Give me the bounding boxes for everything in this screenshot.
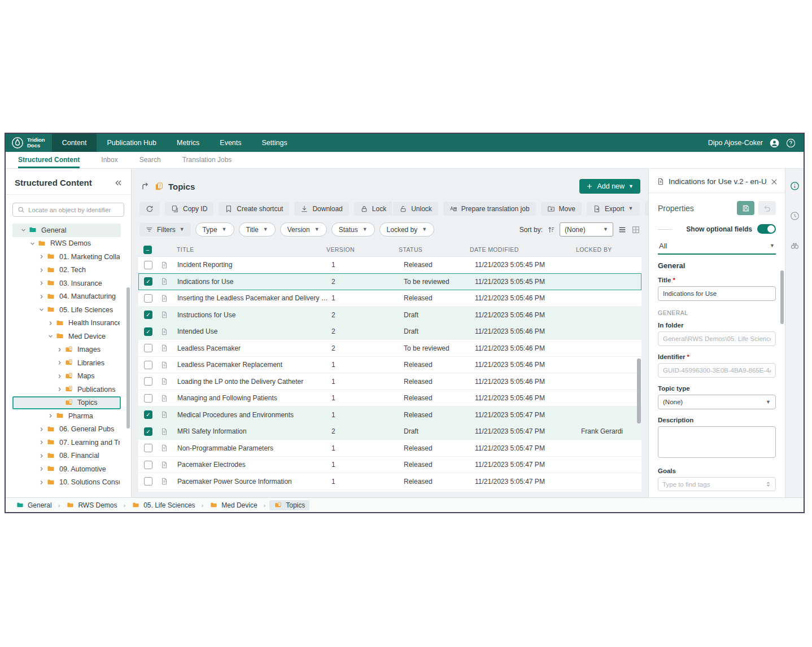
nav-tab-metrics[interactable]: Metrics: [167, 134, 209, 152]
tree-expand-icon[interactable]: [37, 453, 45, 458]
row-checkbox[interactable]: [144, 344, 152, 352]
breadcrumb-item-rws-demos[interactable]: RWS Demos: [64, 500, 119, 510]
tree-expand-icon[interactable]: [37, 427, 45, 432]
sort-direction-icon[interactable]: [547, 226, 555, 234]
tree-node-libraries[interactable]: Libraries: [12, 356, 121, 370]
show-optional-fields-toggle[interactable]: [757, 224, 776, 234]
row-checkbox[interactable]: [144, 477, 152, 486]
lock-button[interactable]: Lock: [354, 202, 392, 216]
row-checkbox[interactable]: [144, 294, 152, 303]
nav-tab-events[interactable]: Events: [209, 134, 251, 152]
breadcrumb-item-05-life-sciences[interactable]: 05. Life Sciences: [129, 500, 197, 510]
panel-scrollbar[interactable]: [780, 270, 784, 324]
description-field[interactable]: [658, 426, 776, 458]
column-header-title[interactable]: TITLE: [177, 246, 326, 253]
tree-expand-icon[interactable]: [37, 480, 45, 485]
row-checkbox[interactable]: ✓: [144, 410, 152, 419]
tree-node-general[interactable]: General: [12, 224, 121, 237]
help-icon[interactable]: [786, 138, 796, 148]
tree-node-10-solutions-consulting[interactable]: 10. Solutions Consulting: [12, 476, 121, 489]
table-row[interactable]: Pacemaker Electrodes 1 Released 11/21/20…: [138, 457, 641, 474]
row-checkbox[interactable]: [144, 444, 152, 452]
tree-node-pharma[interactable]: Pharma: [12, 409, 121, 423]
download-button[interactable]: Download: [294, 202, 348, 216]
grid-view-icon[interactable]: [631, 225, 640, 234]
table-row[interactable]: Managing and Following Patients 1 Releas…: [138, 390, 641, 407]
tree-expand-icon[interactable]: [37, 466, 45, 471]
filter-pill-type[interactable]: Type▼: [195, 222, 234, 237]
select-all-checkbox[interactable]: –: [143, 246, 152, 254]
tree-node-publications[interactable]: Publications: [12, 383, 121, 396]
tree-collapse-icon[interactable]: [37, 307, 45, 312]
row-checkbox[interactable]: [144, 361, 152, 369]
refresh-button[interactable]: [139, 202, 160, 216]
table-row[interactable]: ✓ Indications for Use 2 To be reviewed 1…: [138, 273, 641, 290]
table-row[interactable]: Leadless Pacemaker Replacement 1 Release…: [138, 357, 641, 374]
nav-tab-content[interactable]: Content: [52, 134, 97, 152]
table-scrollbar[interactable]: [637, 359, 641, 423]
prepare-translation-job-button[interactable]: Prepare translation job: [443, 202, 536, 216]
locate-object-search[interactable]: [12, 203, 124, 217]
save-button[interactable]: [737, 201, 754, 215]
field-filter-select[interactable]: All▼: [658, 239, 776, 255]
binoculars-icon[interactable]: [790, 241, 800, 251]
brand-logo[interactable]: Tridion Docs: [6, 134, 52, 152]
breadcrumb-item-topics[interactable]: Topics: [269, 500, 309, 510]
tree-node-rws-demos[interactable]: RWS Demos: [12, 237, 121, 251]
tree-node-05-life-sciences[interactable]: 05. Life Sciences: [12, 303, 121, 317]
subnav-tab-inbox[interactable]: Inbox: [101, 152, 117, 168]
subnav-tab-structured-content[interactable]: Structured Content: [18, 152, 80, 168]
subnav-tab-search[interactable]: Search: [139, 152, 161, 168]
table-row[interactable]: ✓ Instructions for Use 2 Draft 11/21/202…: [138, 307, 641, 324]
table-row[interactable]: Pacemaker Power Source Information 1 Rel…: [138, 473, 641, 490]
tree-node-09-automotive[interactable]: 09. Automotive: [12, 462, 121, 476]
filters-button[interactable]: Filters ▼: [139, 223, 191, 237]
up-level-icon[interactable]: [141, 182, 150, 191]
table-row-partial[interactable]: [138, 490, 641, 492]
tree-node-med-device[interactable]: Med Device: [12, 330, 121, 343]
column-header-date-modified[interactable]: DATE MODIFIED: [470, 246, 576, 253]
title-field[interactable]: [658, 286, 776, 301]
row-checkbox[interactable]: ✓: [144, 327, 152, 336]
tree-node-03-insurance[interactable]: 03. Insurance: [12, 277, 121, 290]
user-avatar-icon[interactable]: [770, 138, 779, 148]
tree-node-images[interactable]: Images: [12, 343, 121, 357]
close-icon[interactable]: [770, 178, 778, 186]
tree-node-02-tech[interactable]: 02. Tech: [12, 264, 121, 277]
table-row[interactable]: Incident Reporting 1 Released 11/21/2023…: [138, 257, 641, 274]
tree-expand-icon[interactable]: [55, 347, 63, 352]
table-row[interactable]: Inserting the Leadless Pacemaker and Del…: [138, 290, 641, 307]
collapse-sidebar-icon[interactable]: [114, 178, 123, 187]
export-button[interactable]: Export▼: [587, 202, 640, 216]
tree-node-08-financial[interactable]: 08. Financial: [12, 449, 121, 463]
filter-pill-status[interactable]: Status▼: [331, 222, 375, 237]
tree-expand-icon[interactable]: [55, 360, 63, 365]
filter-pill-locked-by[interactable]: Locked by▼: [379, 222, 435, 237]
breadcrumb-item-med-device[interactable]: Med Device: [207, 500, 259, 510]
user-name[interactable]: Dipo Ajose-Coker: [708, 139, 763, 147]
row-checkbox[interactable]: ✓: [144, 311, 152, 319]
unlock-button[interactable]: Unlock: [392, 202, 438, 216]
tree-expand-icon[interactable]: [37, 281, 45, 286]
create-shortcut-button[interactable]: Create shortcut: [219, 202, 289, 216]
tree-node-06-general-pubs[interactable]: 06. General Pubs: [12, 423, 121, 436]
nav-tab-settings[interactable]: Settings: [252, 134, 298, 152]
info-icon[interactable]: [790, 181, 800, 191]
tree-expand-icon[interactable]: [37, 440, 45, 445]
table-row[interactable]: Non-Programmable Parameters 1 Released 1…: [138, 440, 641, 457]
tree-expand-icon[interactable]: [46, 321, 54, 326]
filter-pill-version[interactable]: Version▼: [280, 222, 327, 237]
table-row[interactable]: ✓ Medical Procedures and Environments 1 …: [138, 406, 641, 423]
sort-by-select[interactable]: (None)▼: [560, 222, 613, 237]
tree-scrollbar[interactable]: [126, 287, 130, 429]
tree-node-07-learning-and-train-[interactable]: 07. Learning and Train...: [12, 436, 121, 449]
tree-node-maps[interactable]: Maps: [12, 370, 121, 383]
tree-node-topics[interactable]: Topics: [12, 396, 121, 410]
table-row[interactable]: Leadless Pacemaker 2 To be reviewed 11/2…: [138, 340, 641, 357]
breadcrumb-item-general[interactable]: General: [14, 500, 54, 510]
copy-id-button[interactable]: Copy ID: [165, 202, 213, 216]
row-checkbox[interactable]: ✓: [144, 427, 152, 436]
tree-expand-icon[interactable]: [55, 374, 63, 379]
row-checkbox[interactable]: [144, 377, 152, 386]
nav-tab-publication-hub[interactable]: Publication Hub: [97, 134, 167, 152]
